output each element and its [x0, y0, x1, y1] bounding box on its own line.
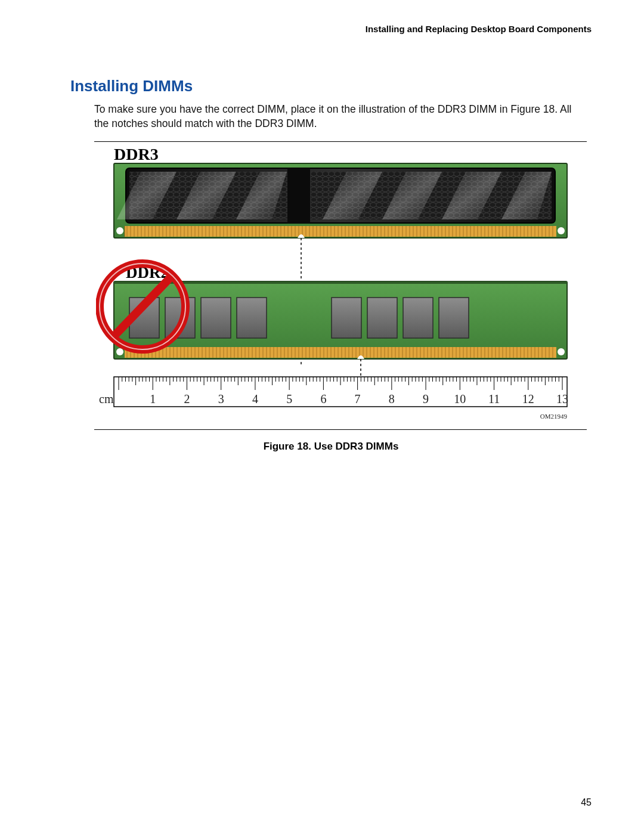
svg-rect-148 [125, 347, 556, 358]
page-number: 45 [581, 797, 592, 808]
svg-rect-142 [201, 298, 231, 338]
svg-point-270 [558, 348, 565, 355]
ruler-number: 13 [556, 392, 568, 405]
ruler-number: 2 [184, 392, 190, 405]
svg-rect-143 [237, 298, 267, 338]
svg-rect-6 [287, 168, 310, 223]
svg-rect-147 [439, 298, 469, 338]
figure-caption: Figure 18. Use DDR3 DIMMs [70, 441, 592, 453]
svg-rect-146 [403, 298, 433, 338]
dimm-illustration: DDR3 [96, 145, 585, 426]
body-paragraph: To make sure you have the correct DIMM, … [94, 103, 587, 131]
ruler-number: 10 [454, 392, 466, 405]
ruler-number: 8 [389, 392, 395, 405]
ruler-number: 9 [423, 392, 429, 405]
ruler-number: 4 [252, 392, 258, 405]
image-code: OM21949 [540, 413, 568, 420]
svg-rect-144 [332, 298, 361, 338]
ddr3-label: DDR3 [114, 145, 159, 163]
ruler-number: 5 [286, 392, 292, 405]
ddr3-module [114, 163, 567, 238]
svg-rect-145 [367, 298, 397, 338]
svg-rect-14 [125, 226, 556, 237]
svg-point-136 [116, 227, 123, 234]
ruler: cm 12345678910111213 [99, 377, 568, 407]
ruler-number: 11 [488, 392, 500, 405]
page-header: Installing and Replacing Desktop Board C… [70, 24, 592, 34]
svg-point-137 [558, 227, 565, 234]
ruler-number: 1 [150, 392, 156, 405]
section-title: Installing DIMMs [70, 77, 592, 95]
figure-container: DDR3 [94, 141, 587, 430]
ruler-number: 7 [355, 392, 361, 405]
svg-point-269 [116, 348, 123, 355]
ruler-unit: cm [99, 392, 114, 405]
ruler-number: 3 [218, 392, 224, 405]
ruler-number: 12 [522, 392, 534, 405]
ruler-number: 6 [320, 392, 326, 405]
